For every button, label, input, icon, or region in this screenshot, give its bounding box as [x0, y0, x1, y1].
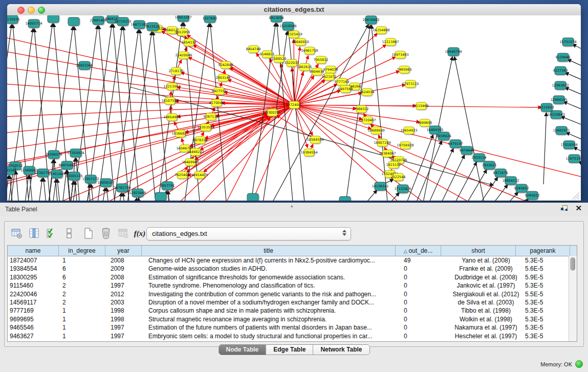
cell-year[interactable]: 2003: [108, 298, 146, 307]
cell-name[interactable]: 18724007: [8, 256, 60, 265]
table-panel-header[interactable]: ▴ Table Panel ✕: [0, 203, 588, 216]
graph-node[interactable]: 9245652: [514, 184, 529, 192]
graph-edge[interactable]: [461, 177, 497, 201]
graph-node-selected[interactable]: 7485063: [397, 66, 412, 73]
cell-name[interactable]: 18300295: [8, 273, 60, 281]
graph-node[interactable]: [339, 196, 351, 201]
graph-node[interactable]: 1527602: [203, 15, 217, 23]
graph-edge[interactable]: [7, 100, 294, 105]
graph-node-selected[interactable]: 18107554: [161, 97, 178, 104]
graph-node-selected[interactable]: 12213563: [163, 83, 180, 90]
graph-nodes[interactable]: 1872400776638229560128891295516543382242…: [7, 15, 581, 201]
cell-year[interactable]: 2012: [108, 290, 146, 298]
graph-node[interactable]: 9215953: [539, 103, 554, 112]
window-resize-grip[interactable]: [572, 192, 579, 200]
cell-out_degree[interactable]: 0: [402, 273, 449, 281]
column-header-pagerank[interactable]: pagerank: [516, 246, 570, 256]
cell-title[interactable]: Disruption of a novel member of a sodium…: [146, 298, 402, 307]
function-builder-icon[interactable]: f(x): [133, 226, 147, 240]
cell-year[interactable]: 2009: [108, 265, 146, 273]
memory-ok-indicator[interactable]: [575, 360, 583, 368]
graph-node[interactable]: 6479197: [448, 140, 463, 148]
cell-title[interactable]: Tourette syndrome. Phenomenology and cla…: [146, 281, 402, 290]
cell-out_degree[interactable]: 0: [402, 323, 449, 332]
graph-edge[interactable]: [363, 192, 399, 201]
cell-out_degree[interactable]: 0: [402, 315, 449, 323]
graph-node[interactable]: 8813054: [269, 15, 284, 22]
cell-in_degree[interactable]: 2: [60, 281, 108, 290]
graph-node-selected[interactable]: 20384067: [379, 150, 396, 157]
graph-node-selected[interactable]: 9267110: [204, 113, 219, 120]
table-row[interactable]: 1830029562008Estimation of significance …: [8, 273, 577, 281]
column-header-name[interactable]: name: [8, 246, 59, 256]
table-row[interactable]: 946362711997Embryonic stem cells: a mode…: [8, 332, 577, 340]
cell-year[interactable]: 1998: [108, 307, 146, 315]
graph-node-selected[interactable]: 1615152: [386, 161, 401, 168]
table-row[interactable]: 969969511998Structural magnetic resonanc…: [8, 315, 577, 323]
graph-edge[interactable]: [543, 113, 547, 184]
cell-in_degree[interactable]: 2: [60, 290, 108, 298]
graph-node[interactable]: 17133426: [394, 185, 411, 193]
graph-node[interactable]: 10653287: [175, 15, 191, 21]
graph-edge[interactable]: [30, 176, 35, 201]
cell-name[interactable]: 9465546: [8, 323, 60, 332]
cell-in_degree[interactable]: 2: [60, 298, 108, 307]
column-header-in_degree[interactable]: in_degree: [59, 246, 105, 256]
column-header-short[interactable]: short: [441, 246, 516, 256]
show-columns-icon[interactable]: [27, 226, 41, 240]
graph-node-selected[interactable]: 9904434: [310, 68, 324, 75]
select-columns-icon[interactable]: [45, 226, 59, 240]
graph-node-selected[interactable]: 1654338: [182, 39, 197, 46]
tab-network-table[interactable]: Network Table: [313, 345, 369, 355]
cell-in_degree[interactable]: 1: [60, 332, 108, 340]
cell-short[interactable]: de Silva et al. (2003): [449, 298, 523, 307]
graph-node[interactable]: 9129946: [556, 53, 571, 61]
tab-edge-table[interactable]: Edge Table: [266, 345, 313, 355]
graph-node[interactable]: 11675334: [565, 155, 581, 163]
cell-year[interactable]: 2008: [108, 273, 146, 281]
graph-node[interactable]: 10654112: [502, 177, 519, 185]
graph-node[interactable]: 16648794: [445, 48, 462, 56]
graph-node[interactable]: 9227343: [553, 67, 568, 75]
cell-in_degree[interactable]: 1: [60, 315, 108, 323]
graph-node[interactable]: 9857791: [160, 182, 175, 190]
table-row[interactable]: 2242004622012Investigating the contribut…: [8, 290, 577, 298]
graph-node-selected[interactable]: 9427552: [212, 87, 227, 95]
graph-edge[interactable]: [416, 148, 453, 201]
cell-title[interactable]: Estimation of significance thresholds fo…: [146, 273, 402, 281]
graph-node-selected[interactable]: 8454749: [246, 46, 261, 53]
graph-node[interactable]: 12923446: [129, 189, 146, 197]
cell-name[interactable]: 9777169: [8, 307, 60, 315]
graph-edge[interactable]: [563, 102, 581, 120]
cell-year[interactable]: 2008: [108, 256, 146, 265]
graph-edge[interactable]: [177, 87, 294, 105]
cell-in_degree[interactable]: 1: [60, 307, 108, 315]
table-row[interactable]: 1456911722003Disruption of a novel membe…: [8, 298, 577, 307]
graph-node[interactable]: 22691406: [90, 16, 106, 25]
cell-out_degree[interactable]: 0: [402, 307, 449, 315]
cell-out_degree[interactable]: 0: [402, 281, 449, 290]
graph-node-selected[interactable]: 16640910: [292, 38, 309, 46]
float-panel-icon[interactable]: [561, 205, 568, 211]
graph-node[interactable]: 2933114: [472, 154, 487, 162]
delete-table-icon[interactable]: [99, 226, 113, 240]
cell-name[interactable]: 9699695: [8, 315, 60, 323]
graph-node-selected[interactable]: 12325419: [285, 31, 302, 38]
graph-node-selected[interactable]: 2718170: [169, 68, 184, 75]
graph-node[interactable]: 20206576: [45, 150, 62, 159]
graph-edge[interactable]: [106, 188, 112, 201]
cell-year[interactable]: 1997: [108, 323, 146, 332]
graph-node-selected[interactable]: 9115460: [414, 102, 429, 110]
scrollbar-thumb[interactable]: [570, 257, 575, 271]
cell-short[interactable]: Wolkin et al. (1998): [449, 315, 523, 323]
cell-short[interactable]: Nakamura et al. (1997): [449, 323, 523, 332]
graph-edge[interactable]: [294, 105, 581, 201]
cell-in_degree[interactable]: 6: [60, 265, 108, 273]
cell-in_degree[interactable]: 1: [60, 323, 108, 332]
cell-year[interactable]: 1997: [108, 332, 146, 340]
graph-edge[interactable]: [35, 178, 42, 201]
graph-node-selected[interactable]: 12213967: [382, 38, 399, 46]
graph-node-selected[interactable]: 2803144: [216, 74, 231, 81]
graph-node[interactable]: 9245022: [525, 191, 540, 200]
graph-edge[interactable]: [7, 64, 294, 105]
